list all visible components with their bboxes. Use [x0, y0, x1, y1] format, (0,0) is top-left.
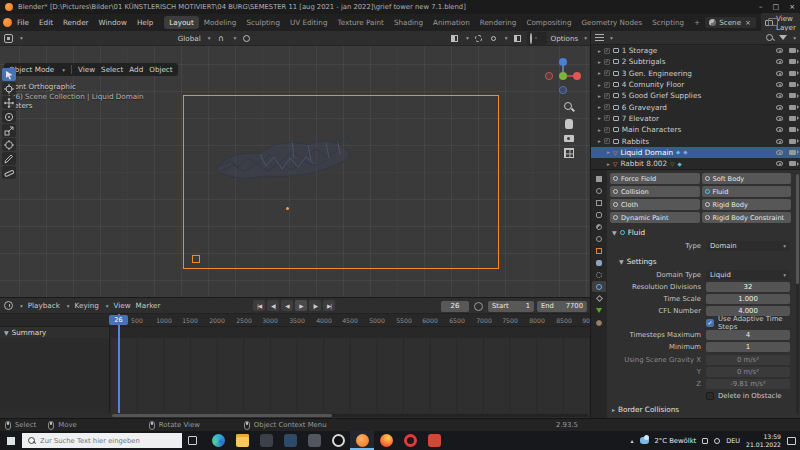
- task-view-button[interactable]: [182, 431, 202, 450]
- options-dropdown[interactable]: Options: [551, 34, 579, 43]
- domain-type-dropdown[interactable]: Liquid▾: [706, 270, 790, 280]
- frame-start-field[interactable]: Start 1: [488, 301, 534, 312]
- timeline-scrollbar[interactable]: [112, 414, 588, 417]
- collection-checkbox[interactable]: ✓: [604, 93, 610, 99]
- play-reverse-button[interactable]: ◀: [281, 300, 293, 311]
- app-icon-red[interactable]: [422, 431, 446, 450]
- measure-tool-icon[interactable]: [2, 166, 16, 179]
- ortho-toggle-icon[interactable]: [564, 148, 574, 158]
- shading-wireframe-icon[interactable]: [529, 33, 533, 44]
- file-explorer-icon[interactable]: [230, 431, 254, 450]
- expand-icon[interactable]: ▸: [607, 149, 610, 155]
- menu-object[interactable]: Object: [149, 65, 172, 74]
- collection-checkbox[interactable]: ✓: [604, 127, 610, 133]
- collection-label[interactable]: 7 Elevator: [622, 114, 659, 123]
- tab-constraints-icon[interactable]: [592, 293, 606, 304]
- chevron-down-icon[interactable]: ▾: [208, 35, 211, 41]
- rigid-body-constraint-button[interactable]: Rigid Body Constraint: [702, 212, 792, 223]
- tab-object-icon[interactable]: [592, 245, 606, 256]
- keyboard-language[interactable]: DEU: [726, 437, 740, 445]
- menu-select[interactable]: Select: [101, 65, 123, 74]
- menu-help[interactable]: Help: [132, 18, 158, 27]
- fluid-panel-header[interactable]: ▼ Fluid: [612, 228, 645, 237]
- tab-particles-icon[interactable]: [592, 269, 606, 280]
- menu-marker[interactable]: Marker: [136, 301, 161, 310]
- menu-view-timeline[interactable]: View: [114, 301, 131, 310]
- chevron-down-icon[interactable]: ▾: [466, 35, 469, 41]
- scale-tool-icon[interactable]: [2, 124, 16, 137]
- tab-view-layer-icon[interactable]: [592, 209, 606, 220]
- navigation-gizmo[interactable]: [544, 55, 582, 97]
- play-button[interactable]: ▶: [295, 300, 307, 311]
- render-camera-icon[interactable]: [789, 71, 796, 76]
- transform-tool-icon[interactable]: [2, 138, 16, 151]
- tab-physics-icon[interactable]: [592, 281, 606, 292]
- tab-world-icon[interactable]: [592, 233, 606, 244]
- tray-expand-icon[interactable]: ▴: [631, 437, 634, 444]
- jump-end-button[interactable]: ▶|: [323, 300, 335, 311]
- jump-start-button[interactable]: |◀: [253, 300, 265, 311]
- shading-rendered-icon[interactable]: [543, 37, 545, 39]
- object-label[interactable]: Rabbit 8.002: [620, 159, 667, 168]
- app-icon-dark-1[interactable]: [254, 431, 278, 450]
- menu-view[interactable]: View: [78, 65, 95, 74]
- prev-keyframe-button[interactable]: ◀|: [267, 300, 279, 311]
- render-camera-icon[interactable]: [789, 150, 796, 155]
- outliner-row-collection[interactable]: ▸ ✓ 2 Subtrigals: [591, 56, 800, 67]
- render-camera-icon[interactable]: [789, 105, 796, 110]
- add-workspace-button[interactable]: +: [689, 16, 705, 29]
- collision-button[interactable]: Collision: [610, 186, 700, 197]
- opera-icon[interactable]: [398, 431, 422, 450]
- chevron-down-icon[interactable]: ▾: [106, 303, 109, 309]
- outliner-row-collection[interactable]: ▸ ✓ 7 Elevator: [591, 113, 800, 124]
- expand-icon[interactable]: ▸: [598, 127, 601, 133]
- fluid-button[interactable]: Fluid: [702, 186, 792, 197]
- outliner-row-collection[interactable]: ▸ ✓ 1 Storage: [591, 45, 800, 56]
- resolution-field[interactable]: 32: [706, 282, 790, 292]
- hide-eye-icon[interactable]: [776, 127, 783, 132]
- collection-label[interactable]: 1 Storage: [622, 46, 658, 55]
- type-dropdown[interactable]: Domain▾: [706, 241, 790, 251]
- menu-window[interactable]: Window: [94, 18, 132, 27]
- soft-body-button[interactable]: Soft Body: [702, 173, 792, 184]
- obs-icon[interactable]: [326, 431, 350, 450]
- orientation-dropdown[interactable]: Global: [178, 34, 201, 43]
- timeline-scrollbar-thumb[interactable]: [112, 414, 332, 417]
- shading-material-icon[interactable]: [539, 37, 541, 39]
- menu-playback[interactable]: Playback: [28, 301, 60, 310]
- tab-animation[interactable]: Animation: [428, 16, 475, 29]
- tab-shading[interactable]: Shading: [389, 16, 428, 29]
- mesh-data-icon[interactable]: ▽: [670, 161, 674, 167]
- tray-icon-1[interactable]: [702, 438, 708, 444]
- hide-eye-icon[interactable]: [776, 116, 783, 121]
- current-frame-field[interactable]: 26: [441, 301, 469, 312]
- hide-eye-icon[interactable]: [776, 71, 783, 76]
- fluid-modifier-icon[interactable]: ◆: [676, 149, 680, 155]
- shading-solid-icon[interactable]: [535, 37, 537, 39]
- tab-object-data-icon[interactable]: [592, 305, 606, 316]
- taskbar-clock[interactable]: 13:59 21.01.2022: [746, 433, 781, 448]
- expand-icon[interactable]: ▸: [598, 82, 601, 88]
- render-camera-icon[interactable]: [789, 82, 796, 87]
- tab-uv-editing[interactable]: UV Editing: [285, 16, 333, 29]
- panel-expand-icon[interactable]: ▼: [619, 258, 624, 265]
- gizmos-toggle-icon[interactable]: [473, 33, 484, 43]
- weather-text[interactable]: 2°C Bewölkt: [655, 437, 697, 445]
- pan-hand-icon[interactable]: [565, 119, 573, 129]
- hide-eye-icon[interactable]: [776, 59, 783, 64]
- blender-app-icon[interactable]: [350, 431, 374, 450]
- properties-scrollbar-thumb[interactable]: [796, 174, 799, 284]
- editor-type-icon[interactable]: [4, 34, 13, 43]
- select-box-tool-icon[interactable]: [2, 68, 16, 81]
- snap-magnet-icon[interactable]: ∩: [215, 33, 226, 43]
- close-button[interactable]: ×: [789, 3, 795, 11]
- outliner-row-collection[interactable]: ▸ ✓ Rabbits: [591, 135, 800, 146]
- collection-checkbox[interactable]: ✓: [604, 82, 610, 88]
- next-keyframe-button[interactable]: |▶: [309, 300, 321, 311]
- timeline-ruler[interactable]: 500 1000 1500 2000 2500 3000 3500 4000 4…: [0, 314, 591, 327]
- playhead-frame-badge[interactable]: 26: [109, 315, 128, 325]
- expand-icon[interactable]: ▸: [598, 59, 601, 65]
- chevron-down-icon[interactable]: ▾: [62, 67, 65, 73]
- tab-material-icon[interactable]: [592, 317, 606, 328]
- app-icon-blue[interactable]: [278, 431, 302, 450]
